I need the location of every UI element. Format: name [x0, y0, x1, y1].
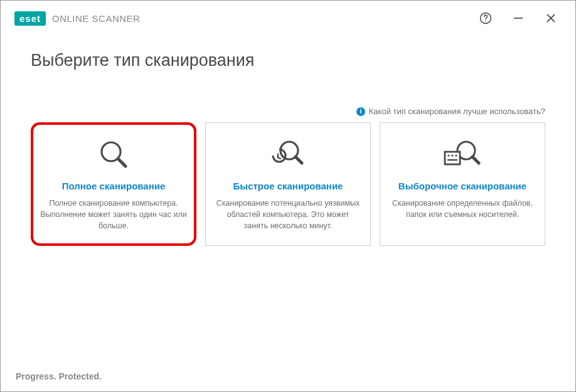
footer: Progress. Protected. — [1, 371, 575, 391]
titlebar: eset ONLINE SCANNER — [1, 1, 575, 36]
minimize-icon — [513, 13, 524, 24]
page-title: Выберите тип сканирования — [31, 51, 545, 70]
svg-point-14 — [447, 154, 449, 156]
card-description: Сканирование потенциально уязвимых облас… — [215, 198, 361, 231]
scan-type-cards: Полное сканирование Полное сканирование … — [31, 122, 545, 246]
product-name: ONLINE SCANNER — [52, 13, 140, 24]
svg-point-1 — [485, 21, 486, 22]
svg-line-8 — [296, 157, 302, 163]
content-area: Выберите тип сканирования i Какой тип ск… — [1, 36, 575, 371]
info-icon: i — [356, 107, 365, 116]
svg-point-16 — [455, 154, 457, 156]
help-icon — [479, 12, 492, 24]
help-button[interactable] — [472, 6, 499, 31]
card-title: Выборочное сканирование — [398, 181, 526, 191]
app-window: eset ONLINE SCANNER Выберите тип сканиро… — [0, 0, 576, 392]
close-icon — [546, 13, 556, 23]
custom-scan-card[interactable]: Выборочное сканирование Сканирование опр… — [380, 122, 545, 246]
close-button[interactable] — [538, 6, 564, 31]
card-title: Быстрое сканирование — [233, 181, 343, 191]
svg-point-15 — [451, 154, 453, 156]
card-title: Полное сканирование — [62, 181, 166, 191]
card-description: Сканирование определенных файлов, папок … — [389, 198, 536, 220]
svg-line-10 — [278, 157, 280, 159]
magnifier-icon — [96, 134, 131, 174]
help-hint-text: Какой тип сканирования лучше использоват… — [369, 107, 545, 116]
card-description: Полное сканирование компьютера. Выполнен… — [40, 198, 187, 231]
help-hint-row[interactable]: i Какой тип сканирования лучше использов… — [31, 107, 545, 116]
minimize-button[interactable] — [505, 6, 531, 31]
magnifier-clock-icon — [269, 134, 307, 174]
quick-scan-card[interactable]: Быстрое сканирование Сканирование потенц… — [205, 122, 371, 246]
brand-logo: eset — [14, 11, 46, 26]
brand-tagline: Progress. Protected. — [16, 371, 560, 381]
svg-line-12 — [472, 157, 479, 163]
svg-rect-13 — [445, 152, 460, 164]
full-scan-card[interactable]: Полное сканирование Полное сканирование … — [31, 122, 196, 246]
magnifier-list-icon — [442, 134, 483, 174]
svg-line-6 — [118, 159, 125, 166]
